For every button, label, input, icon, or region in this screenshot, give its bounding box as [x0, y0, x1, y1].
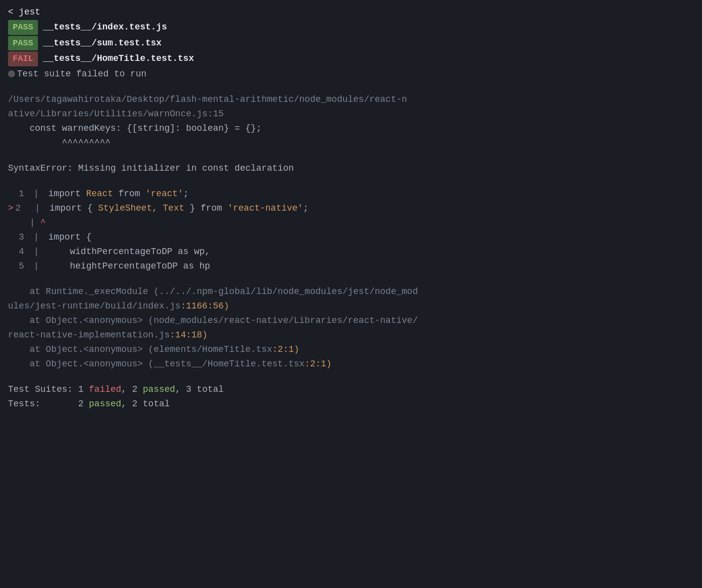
- stack-trace-4: react-native-implementation.js:14:18): [0, 328, 702, 342]
- stack-text-5: at Object.<anonymous> (elements/HomeTitl…: [8, 343, 272, 356]
- stack-text-1: at Runtime._execModule (../../.npm-globa…: [8, 285, 418, 298]
- summary-suites-line: Test Suites: 1 failed , 2 passed , 3 tot…: [0, 382, 702, 397]
- stack-trace-2: ules/jest-runtime/build/index.js:1166:56…: [0, 299, 702, 313]
- code-line-5: 5 | heightPercentageToDP as hp: [0, 259, 702, 274]
- test-result-pass-2: PASS __tests__/sum.test.tsx: [0, 35, 702, 51]
- suites-failed: failed: [89, 383, 121, 396]
- pipe-4: |: [28, 245, 44, 259]
- test-result-pass-1: PASS __tests__/index.test.js: [0, 19, 702, 35]
- stack-text-3: at Object.<anonymous> (node_modules/reac…: [8, 314, 418, 327]
- line-num-3: 3: [8, 231, 24, 244]
- code-text-2: import { StyleSheet, Text } from 'react-…: [49, 202, 309, 215]
- terminal-output: < jest PASS __tests__/index.test.js PASS…: [0, 5, 702, 411]
- code-text-3: import {: [48, 231, 91, 244]
- code-line-4: 4 | widthPercentageToDP as wp,: [0, 245, 702, 259]
- stack-loc-4: :14:18): [170, 328, 208, 342]
- error-path-2: ative/Libraries/Utilities/warnOnce.js:15: [0, 107, 702, 121]
- suite-failed-line: Test suite failed to run: [0, 67, 702, 81]
- suites-comma: , 2: [121, 383, 143, 396]
- stack-text-6: at Object.<anonymous> (__tests__/HomeTit…: [8, 357, 305, 371]
- stack-trace-1: at Runtime._execModule (../../.npm-globa…: [0, 285, 702, 299]
- code-text-1: import React from 'react';: [48, 187, 189, 201]
- arrow-icon: >: [8, 202, 13, 215]
- error-path-text-2: ative/Libraries/Utilities/warnOnce.js:15: [8, 107, 224, 121]
- test-file-3: __tests__/HomeTitle.test.tsx: [43, 52, 194, 65]
- stack-loc-6: :2:1): [305, 357, 332, 371]
- syntax-error-line: SyntaxError: Missing initializer in cons…: [0, 161, 702, 176]
- line-num-2: 2: [15, 202, 25, 215]
- suites-passed: passed: [143, 383, 175, 396]
- stack-loc-5: :2:1): [272, 343, 299, 356]
- tests-passed: passed: [89, 397, 121, 411]
- line-num-5: 5: [8, 260, 24, 273]
- pass-badge-1: PASS: [8, 20, 38, 35]
- code-text-5: heightPercentageToDP as hp: [48, 260, 210, 273]
- stack-text-2: ules/jest-runtime/build/index.js: [8, 299, 181, 313]
- caret-spacer: |: [8, 216, 40, 230]
- header-line: < jest: [0, 5, 702, 19]
- suites-label: Test Suites:: [8, 383, 73, 396]
- stack-trace-5: at Object.<anonymous> (elements/HomeTitl…: [0, 342, 702, 357]
- stack-trace-6: at Object.<anonymous> (__tests__/HomeTit…: [0, 357, 702, 371]
- tests-value: 2: [40, 397, 89, 411]
- line-num-1: 1: [8, 187, 24, 201]
- dot-icon: [8, 70, 15, 77]
- syntax-error-text: SyntaxError: Missing initializer in cons…: [8, 162, 294, 175]
- pipe-1: |: [28, 187, 44, 201]
- error-path-1: /Users/tagawahirotaka/Desktop/flash-ment…: [0, 92, 702, 107]
- fail-badge: FAIL: [8, 51, 38, 66]
- test-file-1: __tests__/index.test.js: [43, 20, 167, 34]
- code-line-1: 1 | import React from 'react';: [0, 187, 702, 201]
- tests-label: Tests:: [8, 397, 40, 411]
- summary-tests-line: Tests: 2 passed , 2 total: [0, 397, 702, 411]
- line-num-4: 4: [8, 245, 24, 259]
- pipe-5: |: [28, 260, 44, 273]
- suites-total: , 3 total: [175, 383, 224, 396]
- pipe-2: |: [29, 202, 45, 215]
- error-code-text-1: const warnedKeys: {[string]: boolean} = …: [8, 122, 262, 135]
- code-line-3: 3 | import {: [0, 230, 702, 245]
- caret-marker: ^: [40, 216, 46, 230]
- code-line-2: > 2 | import { StyleSheet, Text } from '…: [0, 201, 702, 216]
- error-code-2: ^^^^^^^^^: [0, 136, 702, 150]
- error-path-text-1: /Users/tagawahirotaka/Desktop/flash-ment…: [8, 93, 407, 106]
- header-text: < jest: [8, 5, 40, 19]
- stack-loc-2: :1166:56): [181, 299, 229, 313]
- suite-failed-text: Test suite failed to run: [17, 67, 146, 81]
- error-caret-text: ^^^^^^^^^: [8, 136, 110, 150]
- test-result-fail: FAIL __tests__/HomeTitle.test.tsx: [0, 51, 702, 67]
- stack-text-4: react-native-implementation.js: [8, 328, 170, 342]
- code-text-4: widthPercentageToDP as wp,: [48, 245, 210, 259]
- error-code-1: const warnedKeys: {[string]: boolean} = …: [0, 121, 702, 136]
- pass-badge-2: PASS: [8, 36, 38, 51]
- test-file-2: __tests__/sum.test.tsx: [43, 36, 162, 50]
- suites-value: 1: [73, 383, 89, 396]
- code-line-caret: | ^: [0, 216, 702, 230]
- tests-total: , 2 total: [121, 397, 170, 411]
- stack-trace-3: at Object.<anonymous> (node_modules/reac…: [0, 313, 702, 328]
- pipe-3: |: [28, 231, 44, 244]
